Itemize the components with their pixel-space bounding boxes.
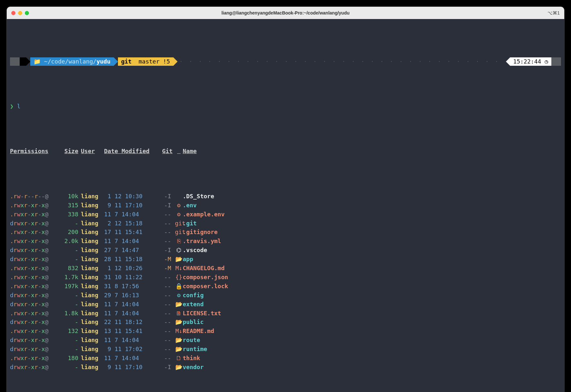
file-name: composer.json xyxy=(183,273,561,282)
file-name: .travis.yml xyxy=(183,237,561,246)
zoom-button[interactable] xyxy=(25,11,29,15)
perm: .rwxr-xr-x@ xyxy=(10,282,62,291)
col-git: Git xyxy=(162,147,175,156)
command-text: l xyxy=(17,103,21,110)
terminal-window: liang@liangchenyangdeMacBook-Pro:~/code/… xyxy=(6,6,565,392)
traffic-lights xyxy=(11,11,29,15)
date: 11 7 14:04 xyxy=(104,237,162,246)
file-name: public xyxy=(183,318,561,327)
size: 132 xyxy=(62,327,81,336)
titlebar: liang@liangchenyangdeMacBook-Pro:~/code/… xyxy=(7,7,564,19)
file-icon: 🗎 xyxy=(175,309,183,318)
list-item: .rwxr-xr-x@1.7kliang31 10 11:22--{}compo… xyxy=(10,273,561,282)
file-name: app xyxy=(183,255,561,264)
size: 180 xyxy=(62,354,81,363)
date: 11 7 14:04 xyxy=(104,336,162,345)
perm: drwxr-xr-x@ xyxy=(10,345,62,354)
date: 17 11 15:41 xyxy=(104,228,162,237)
date: 22 11 18:12 xyxy=(104,318,162,327)
perm: .rwxr-xr-x@ xyxy=(10,210,62,219)
arrow-icon xyxy=(114,57,118,66)
perm: drwxr-xr-x@ xyxy=(10,318,62,327)
file-icon: 📂 xyxy=(175,300,183,309)
list-item: drwxr-xr-x@-liang22 11 18:12--📂public xyxy=(10,318,561,327)
perm: .rwxr-xr-x@ xyxy=(10,237,62,246)
size: - xyxy=(62,318,81,327)
date: 11 7 14:04 xyxy=(104,210,162,219)
perm: drwxr-xr-x@ xyxy=(10,219,62,228)
file-icon: ⎘ xyxy=(175,237,183,246)
file-name: README.md xyxy=(183,327,561,336)
clock-icon: ◷ xyxy=(545,57,548,66)
file-icon: M↓ xyxy=(175,264,183,273)
path-last: yudu xyxy=(96,57,110,66)
list-item: .rwxr-xr-x@132liang13 11 15:41--M↓README… xyxy=(10,327,561,336)
user: liang xyxy=(81,201,104,210)
date: 13 11 15:41 xyxy=(104,327,162,336)
perm: .rwxr-xr-x@ xyxy=(10,201,62,210)
date: 1 12 10:26 xyxy=(104,264,162,273)
perm: .rwxr-xr-x@ xyxy=(10,273,62,282)
file-icon: 🗋 xyxy=(175,354,183,363)
list-item: .rwxr-xr-x@338liang11 7 14:04--⚙.example… xyxy=(10,210,561,219)
perm: .rwxr-xr-x@ xyxy=(10,309,62,318)
file-name: route xyxy=(183,336,561,345)
user: liang xyxy=(81,210,104,219)
date: 1 12 10:30 xyxy=(104,192,162,201)
list-item: .rwxr-xr-x@1.8kliang11 7 14:04--🗎LICENSE… xyxy=(10,309,561,318)
command-line: ❯ l xyxy=(10,102,561,111)
perm: drwxr-xr-x@ xyxy=(10,363,62,372)
prompt-line-1: 📁 ~/code/wanlang/yudu git master !5 · · … xyxy=(10,57,561,66)
size: - xyxy=(62,345,81,354)
user: liang xyxy=(81,300,104,309)
file-icon: ⚙ xyxy=(175,291,183,300)
size: 832 xyxy=(62,264,81,273)
minimize-button[interactable] xyxy=(18,11,22,15)
git-label: git xyxy=(121,57,132,66)
size: 1.7k xyxy=(62,273,81,282)
list-item: drwxr-xr-x@-liang29 7 16:13--⚙config xyxy=(10,291,561,300)
file-name: runtime xyxy=(183,345,561,354)
branch-name: master xyxy=(139,57,160,66)
git-status: -I xyxy=(162,201,175,210)
user: liang xyxy=(81,309,104,318)
user: liang xyxy=(81,237,104,246)
file-icon: 📂 xyxy=(175,345,183,354)
size: - xyxy=(62,363,81,372)
path-prefix: ~/code/wanlang/ xyxy=(44,57,97,66)
window-title: liang@liangchenyangdeMacBook-Pro:~/code/… xyxy=(221,10,350,15)
close-button[interactable] xyxy=(11,11,15,15)
size: - xyxy=(62,219,81,228)
file-name: .env xyxy=(183,201,561,210)
git-dirty: !5 xyxy=(163,57,170,66)
list-item: .rwxr-xr-x@2.0kliang11 7 14:04--⎘.travis… xyxy=(10,237,561,246)
dither-right-icon xyxy=(551,57,561,66)
size: - xyxy=(62,291,81,300)
file-icon: ⌬ xyxy=(175,246,183,255)
terminal-body[interactable]: 📁 ~/code/wanlang/yudu git master !5 · · … xyxy=(7,19,564,392)
list-item: drwxr-xr-x@-liang11 7 14:04--📂route xyxy=(10,336,561,345)
user: liang xyxy=(81,282,104,291)
git-status: -I xyxy=(162,192,175,201)
file-name: .git xyxy=(183,219,561,228)
perm: drwxr-xr-x@ xyxy=(10,300,62,309)
size: - xyxy=(62,246,81,255)
list-item: .rwxr-xr-x@832liang 1 12 10:26-MM↓CHANGE… xyxy=(10,264,561,273)
file-icon: M↓ xyxy=(175,327,183,336)
time-1: 15:22:44 xyxy=(513,57,541,66)
list-item: .rw-r--r--@10kliang 1 12 10:30-I.DS_Stor… xyxy=(10,192,561,201)
file-name: composer.lock xyxy=(183,282,561,291)
date: 27 7 14:47 xyxy=(104,246,162,255)
size: - xyxy=(62,300,81,309)
file-name: vendor xyxy=(183,363,561,372)
user: liang xyxy=(81,192,104,201)
col-size: Size xyxy=(62,147,81,156)
user: liang xyxy=(81,246,104,255)
arrow-icon xyxy=(26,57,30,66)
date: 2 12 15:18 xyxy=(104,219,162,228)
file-name: .gitignore xyxy=(183,228,561,237)
size: 10k xyxy=(62,192,81,201)
size: 2.0k xyxy=(62,237,81,246)
size: - xyxy=(62,336,81,345)
git-status: -I xyxy=(162,363,175,372)
